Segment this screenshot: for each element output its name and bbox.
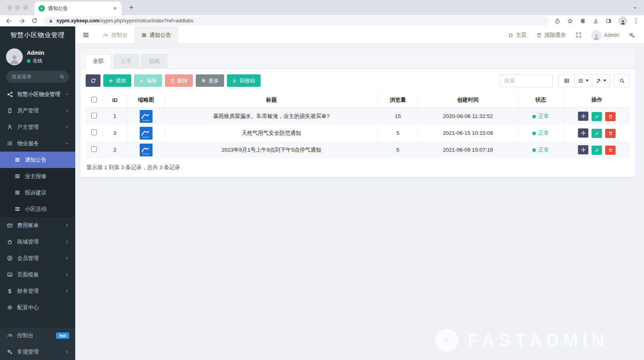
new-tab-button[interactable]: + <box>126 2 137 13</box>
reload-icon[interactable] <box>31 18 38 24</box>
export-dropdown-button[interactable] <box>592 74 610 87</box>
header-actions: 操作 <box>564 92 630 108</box>
nav-tab-dashboard[interactable]: 控制台 <box>96 26 134 44</box>
cell-id: 3 <box>102 125 127 142</box>
bookmark-star-icon[interactable] <box>567 18 573 24</box>
settings-cogs-icon[interactable] <box>629 32 635 38</box>
sidebar-item-smart-community[interactable]: 智慧小区物业管理 <box>0 86 75 102</box>
sidebar-item-page-template[interactable]: 页面模板 <box>0 266 75 283</box>
sidebar-item-mall[interactable]: 商城管理 <box>0 234 75 250</box>
side-panel-icon[interactable] <box>606 18 612 24</box>
row-edit-button[interactable] <box>592 129 602 138</box>
sidebar-item-activity[interactable]: 小区活动 <box>0 201 75 217</box>
drag-sort-button[interactable] <box>578 112 588 121</box>
tab-close-icon[interactable]: × <box>112 5 118 12</box>
extensions-puzzle-icon[interactable] <box>580 18 586 24</box>
download-icon[interactable] <box>593 18 599 24</box>
window-controls[interactable] <box>0 5 34 10</box>
table-row: 2 2023年9月1号上午9点到下午5点停气通知 5 2021-06-09 15… <box>86 142 630 158</box>
cell-id: 2 <box>102 142 127 158</box>
drag-sort-button[interactable] <box>578 128 588 138</box>
sidebar-toggle-hamburger-icon[interactable] <box>75 26 96 44</box>
window-zoom-button[interactable] <box>23 5 28 10</box>
sidebar-item-billing[interactable]: 费用账单 <box>0 217 75 234</box>
home-link[interactable]: 主页 <box>508 32 527 39</box>
cell-title: 暴雨致房屋漏水、车库被淹，业主的损失谁买单? <box>165 108 378 125</box>
nav-tab-notice[interactable]: 通知公告 <box>134 26 178 44</box>
sidebar-item-property-management[interactable]: 房产管理 <box>0 102 75 119</box>
status-dot-icon <box>532 132 536 135</box>
forward-icon[interactable] <box>18 18 25 24</box>
card-icon <box>6 222 14 228</box>
sidebar-item-notice[interactable]: 通知公告 <box>0 152 75 168</box>
lock-icon[interactable] <box>48 18 53 23</box>
refresh-button[interactable] <box>86 74 100 87</box>
window-close-button[interactable] <box>7 5 12 10</box>
advanced-search-button[interactable] <box>614 74 630 87</box>
url-bar[interactable]: xypm.xykeep.com/xypm.php/xypm/notice/ind… <box>44 16 548 26</box>
add-button[interactable]: 添加 <box>103 74 131 87</box>
online-dot-icon <box>27 59 30 63</box>
sidebar-item-dashboard[interactable]: 控制台 hot <box>0 327 75 344</box>
thumbnail-image[interactable] <box>140 144 152 156</box>
window-minimize-button[interactable] <box>15 5 20 10</box>
row-checkbox[interactable] <box>91 113 97 118</box>
select-all-checkbox[interactable] <box>91 97 97 102</box>
sidebar-item-complaint[interactable]: 投诉建议 <box>0 184 75 201</box>
back-icon[interactable] <box>6 18 12 24</box>
filter-tab-all[interactable]: 全部 <box>85 54 111 69</box>
row-edit-button[interactable] <box>592 146 602 155</box>
row-delete-button[interactable] <box>605 112 616 121</box>
tab-title: 通知公告 <box>48 5 109 12</box>
url-domain: xypm.xykeep.com <box>56 18 100 24</box>
filter-tab-normal[interactable]: 正常 <box>113 54 139 69</box>
clear-cache-button[interactable]: 清除缓存 <box>536 32 566 39</box>
browser-tab[interactable]: 通知公告 × <box>34 2 122 15</box>
browser-profile-avatar[interactable] <box>618 16 627 25</box>
admin-user-menu[interactable]: Admin <box>591 30 619 40</box>
row-delete-button[interactable] <box>605 129 616 138</box>
delete-button[interactable]: 删除 <box>165 74 193 87</box>
sidebar-item-members[interactable]: 会员管理 <box>0 250 75 266</box>
admin-avatar <box>591 30 602 40</box>
navbar-right: 主页 清除缓存 Admin <box>508 26 644 44</box>
filter-tab-hidden[interactable]: 隐藏 <box>141 54 167 69</box>
thumbnail-image[interactable] <box>140 110 152 123</box>
tab-search-chevron-icon[interactable] <box>632 5 638 10</box>
filter-tabs: 全部 正常 隐藏 <box>80 49 635 69</box>
record-count-text: 显示第 1 到第 3 条记录，总共 3 条记录 <box>86 158 630 177</box>
sidebar-item-general-management[interactable]: 常规管理 <box>0 344 75 360</box>
row-actions <box>564 142 630 158</box>
row-checkbox[interactable] <box>91 130 97 135</box>
watermark-text: FASTADMIN <box>468 330 609 350</box>
toggle-view-table-icon[interactable] <box>558 74 575 87</box>
recycle-bin-button[interactable]: 回收站 <box>227 74 261 87</box>
drag-sort-button[interactable] <box>578 145 588 154</box>
list-bars-icon <box>14 173 21 179</box>
share-icon[interactable] <box>554 18 560 24</box>
basket-icon <box>6 239 14 245</box>
sidebar-item-config-center[interactable]: 配置中心 <box>0 299 75 316</box>
table-header-row: ID 缩略图 标题 浏览量 创建时间 状态 操作 <box>86 92 630 108</box>
person-circle-icon <box>6 255 14 261</box>
columns-dropdown-button[interactable] <box>575 74 592 87</box>
sidebar-item-repair[interactable]: 业主报修 <box>0 168 75 184</box>
row-delete-button[interactable] <box>605 146 616 155</box>
edit-button[interactable]: 编辑 <box>134 74 162 87</box>
table-search-input[interactable] <box>500 74 553 87</box>
chevron-left-icon <box>65 289 69 293</box>
browser-menu-kebab-icon[interactable] <box>634 18 638 24</box>
thumbnail-image[interactable] <box>140 127 152 140</box>
status-badge: 正常 <box>518 142 564 158</box>
row-checkbox[interactable] <box>91 146 97 152</box>
header-created: 创建时间 <box>418 92 518 108</box>
more-button[interactable]: 更多 <box>196 74 224 87</box>
sidebar-item-owner-management[interactable]: 户主管理 <box>0 119 75 135</box>
browser-toolbar: xypm.xykeep.com/xypm.php/xypm/notice/ind… <box>0 15 644 26</box>
fullscreen-expand-icon[interactable] <box>576 32 582 38</box>
row-edit-button[interactable] <box>592 112 602 121</box>
sidebar-item-finance[interactable]: $ 财务管理 <box>0 283 75 299</box>
user-panel: Admin 在线 <box>0 44 75 68</box>
sidebar-item-property-services[interactable]: 物业服务 <box>0 135 75 152</box>
fastadmin-logo-icon <box>435 329 458 352</box>
